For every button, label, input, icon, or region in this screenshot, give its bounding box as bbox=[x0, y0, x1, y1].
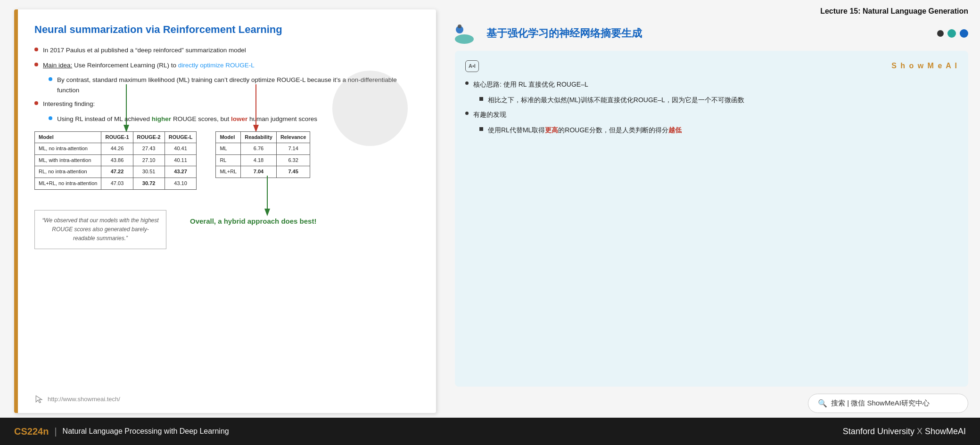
table2-header-readability: Readability bbox=[241, 131, 277, 143]
bullet-dot-3 bbox=[34, 101, 38, 105]
table-row: ML+RL, no intra-attention 47.03 30.72 43… bbox=[35, 178, 197, 189]
overall-container: Overall, a hybrid approach does best! bbox=[190, 202, 316, 227]
t2r2c1: RL bbox=[216, 154, 241, 166]
t1r1c3: 27.43 bbox=[133, 143, 165, 155]
dots-row bbox=[937, 29, 968, 38]
slide-panel: Neural summarization via Reinforcement L… bbox=[14, 9, 436, 413]
cn-dot-1 bbox=[465, 81, 469, 85]
search-bar-area: 🔍 搜索 | 微信 ShowMeAI研究中心 bbox=[455, 394, 968, 413]
cn-sub-2: 使用RL代替ML取得更高的ROUGE分数，但是人类判断的得分越低 bbox=[479, 124, 958, 136]
quote-box: “We observed that our models with the hi… bbox=[34, 210, 166, 250]
t1r2c4: 40.11 bbox=[165, 154, 197, 166]
dot-dark bbox=[937, 30, 944, 37]
bottom-section: “We observed that our models with the hi… bbox=[34, 202, 420, 250]
bullet-2a-text: By contrast, standard maximum likelihood… bbox=[57, 75, 420, 95]
overall-text: Overall, a hybrid approach does best! bbox=[190, 216, 316, 227]
t2r3c3: 7.45 bbox=[276, 166, 310, 178]
t1r1c2: 44.26 bbox=[101, 143, 133, 155]
cn-dot-2 bbox=[465, 112, 469, 115]
readability-table: Model Readability Relevance ML 6.76 bbox=[215, 131, 310, 178]
t2r1c3: 7.14 bbox=[276, 143, 310, 155]
cn-bullet-2: 有趣的发现 bbox=[465, 109, 958, 121]
lecture-title: Lecture 15: Natural Language Generation bbox=[455, 7, 968, 16]
svg-point-2 bbox=[458, 24, 461, 28]
t1r2c1: ML, with intra-attention bbox=[35, 154, 101, 166]
lower-text: lower bbox=[231, 115, 247, 122]
table1-header-rouge1: ROUGE-1 bbox=[101, 131, 133, 143]
bullet-1: In 2017 Paulus et al published a “deep r… bbox=[34, 45, 420, 56]
cn-square-2 bbox=[479, 127, 483, 131]
search-bar-text: 搜索 | 微信 ShowMeAI研究中心 bbox=[831, 399, 930, 408]
search-bar[interactable]: 🔍 搜索 | 微信 ShowMeAI研究中心 bbox=[808, 394, 968, 413]
search-icon: 🔍 bbox=[818, 399, 827, 408]
bottom-right: Stanford University X ShowMeAI bbox=[843, 427, 966, 437]
right-panel: Lecture 15: Natural Language Generation … bbox=[445, 0, 980, 418]
t2r2c2: 4.18 bbox=[241, 154, 277, 166]
slide-content: In 2017 Paulus et al published a “deep r… bbox=[34, 45, 420, 385]
ai-badge: A•I bbox=[465, 60, 479, 73]
table2-container: Model Readability Relevance ML 6.76 bbox=[215, 131, 310, 178]
t1r3c3: 30.51 bbox=[133, 166, 165, 178]
table2-header-model: Model bbox=[216, 131, 241, 143]
tables-row: Model ROUGE-1 ROUGE-2 ROUGE-L ML, no int… bbox=[34, 131, 420, 190]
cn-bullet-1: 核心思路: 使用 RL 直接优化 ROUGE–L bbox=[465, 79, 958, 90]
divider: | bbox=[54, 426, 57, 437]
t1r4c2: 47.03 bbox=[101, 178, 133, 189]
t2r3c2: 7.04 bbox=[241, 166, 277, 178]
chinese-header: 基于强化学习的神经网络摘要生成 bbox=[455, 23, 968, 44]
bullet-blue-dot-3a bbox=[49, 116, 52, 120]
cn-higher: 更高 bbox=[545, 126, 558, 134]
t2r2c3: 6.32 bbox=[276, 154, 310, 166]
footer-url: http://www.showmeai.tech/ bbox=[48, 396, 120, 403]
cn-lower: 越低 bbox=[668, 126, 682, 134]
table1-container: Model ROUGE-1 ROUGE-2 ROUGE-L ML, no int… bbox=[34, 131, 197, 190]
t1r4c1: ML+RL, no intra-attention bbox=[35, 178, 101, 189]
t1r1c4: 40.41 bbox=[165, 143, 197, 155]
showmeai-header: A•I S h o w M e A I bbox=[465, 59, 958, 73]
bullet-dot-1 bbox=[34, 48, 38, 51]
dot-blue2 bbox=[960, 29, 968, 38]
bullet-2-text: Main idea: Use Reinforcement Learning (R… bbox=[43, 60, 255, 71]
showmeai-box: A•I S h o w M e A I 核心思路: 使用 RL 直接优化 ROU… bbox=[455, 51, 968, 387]
t1r2c2: 43.86 bbox=[101, 154, 133, 166]
cn-sub-2-text: 使用RL代替ML取得更高的ROUGE分数，但是人类判断的得分越低 bbox=[488, 124, 682, 136]
bullet-3a: Using RL instead of ML achieved higher R… bbox=[49, 114, 420, 124]
showmeai-footer-brand: ShowMeAI bbox=[925, 427, 966, 436]
higher-text: higher bbox=[152, 115, 171, 122]
cursor-icon bbox=[34, 394, 44, 404]
cn-bullet-2-text: 有趣的发现 bbox=[473, 109, 506, 121]
rouge-highlight: directly optimize ROUGE-L bbox=[178, 62, 255, 69]
table-row: ML 6.76 7.14 bbox=[216, 143, 310, 155]
cs224n-label: CS224n bbox=[14, 426, 49, 437]
table2-header-relevance: Relevance bbox=[276, 131, 310, 143]
table-row: ML, with intra-attention 43.86 27.10 40.… bbox=[35, 154, 197, 166]
t2r1c2: 6.76 bbox=[241, 143, 277, 155]
svg-point-0 bbox=[455, 34, 474, 44]
t1r3c1: RL, no intra-attention bbox=[35, 166, 101, 178]
table-row: ML, no intra-attention 44.26 27.43 40.41 bbox=[35, 143, 197, 155]
bottom-left: CS224n | Natural Language Processing wit… bbox=[14, 426, 229, 437]
dot-teal bbox=[947, 29, 956, 38]
t2r3c1: ML+RL bbox=[216, 166, 241, 178]
showmeai-brand: S h o w M e A I bbox=[891, 59, 958, 73]
bullet-2a: By contrast, standard maximum likelihood… bbox=[49, 75, 420, 95]
bullet-1-text: In 2017 Paulus et al published a “deep r… bbox=[43, 45, 246, 56]
rouge-table: Model ROUGE-1 ROUGE-2 ROUGE-L ML, no int… bbox=[34, 131, 197, 190]
table-row: RL, no intra-attention 47.22 30.51 43.27 bbox=[35, 166, 197, 178]
t2r1c1: ML bbox=[216, 143, 241, 155]
bullet-3-text: Interesting finding: bbox=[43, 99, 95, 109]
slide-title: Neural summarization via Reinforcement L… bbox=[34, 24, 420, 36]
main-idea-label: Main idea: bbox=[43, 62, 72, 69]
t1r2c3: 27.10 bbox=[133, 154, 165, 166]
wave-icon bbox=[455, 23, 481, 44]
table1-header-model: Model bbox=[35, 131, 101, 143]
bullet-blue-dot-2a bbox=[49, 77, 52, 81]
quote-text: “We observed that our models with the hi… bbox=[42, 217, 158, 242]
bullet-dot-2 bbox=[34, 63, 38, 66]
cn-sub-1-text: 相比之下，标准的最大似然(ML)训练不能直接优化ROUGE–L，因为它是一个不可… bbox=[488, 94, 744, 106]
tables-wrapper: Model ROUGE-1 ROUGE-2 ROUGE-L ML, no int… bbox=[34, 131, 420, 250]
table1-header-rouge2: ROUGE-2 bbox=[133, 131, 165, 143]
main-container: Neural summarization via Reinforcement L… bbox=[0, 0, 980, 445]
table1-header-rougel: ROUGE-L bbox=[165, 131, 197, 143]
t1r4c3: 30.72 bbox=[133, 178, 165, 189]
